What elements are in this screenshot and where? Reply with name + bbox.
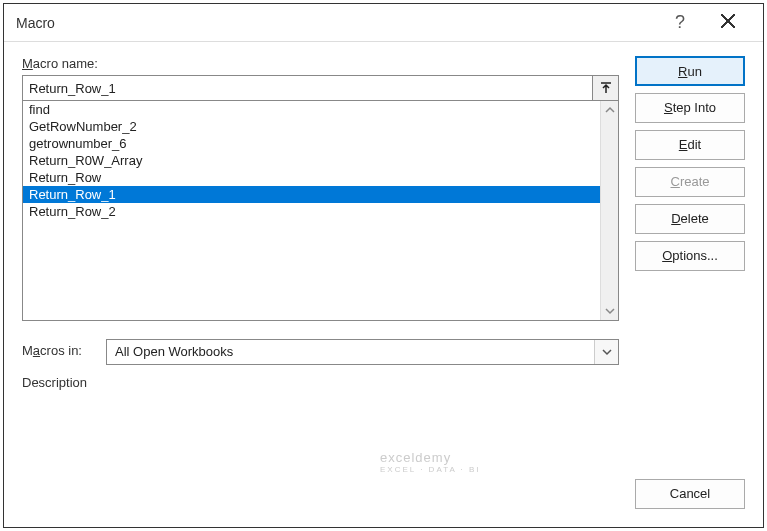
macros-in-value: All Open Workbooks	[107, 340, 594, 364]
macros-in-label: Macros in:	[22, 343, 106, 358]
macro-dialog: Macro ? Macro name: findGetRowNumber_2ge…	[3, 3, 764, 528]
scrollbar[interactable]	[600, 101, 618, 320]
help-button[interactable]: ?	[657, 12, 703, 33]
list-item[interactable]: Return_Row_2	[23, 203, 600, 220]
macro-name-input[interactable]	[22, 75, 593, 101]
macro-name-row	[22, 75, 619, 101]
macro-name-label: Macro name:	[22, 56, 619, 71]
description-label: Description	[22, 375, 619, 390]
macro-list-wrap: findGetRowNumber_2getrownumber_6Return_R…	[22, 101, 619, 321]
cancel-row: Cancel	[635, 479, 745, 509]
goto-reference-button[interactable]	[593, 75, 619, 101]
main-column: Macro name: findGetRowNumber_2getrownumb…	[22, 56, 635, 509]
macros-in-row: Macros in: All Open Workbooks	[22, 339, 619, 365]
delete-button[interactable]: Delete	[635, 204, 745, 234]
dialog-title: Macro	[16, 15, 657, 31]
macro-list[interactable]: findGetRowNumber_2getrownumber_6Return_R…	[23, 101, 600, 320]
scroll-down-icon[interactable]	[601, 302, 618, 320]
list-item[interactable]: getrownumber_6	[23, 135, 600, 152]
step-into-button[interactable]: Step Into	[635, 93, 745, 123]
titlebar: Macro ?	[4, 4, 763, 42]
create-button: Create	[635, 167, 745, 197]
cancel-button[interactable]: Cancel	[635, 479, 745, 509]
arrow-up-bar-icon	[599, 81, 613, 95]
run-button[interactable]: Run	[635, 56, 745, 86]
chevron-down-icon	[594, 340, 618, 364]
close-button[interactable]	[703, 14, 753, 31]
scroll-track[interactable]	[601, 119, 618, 302]
macros-in-select[interactable]: All Open Workbooks	[106, 339, 619, 365]
list-item[interactable]: Return_Row_1	[23, 186, 600, 203]
options-button[interactable]: Options...	[635, 241, 745, 271]
edit-button[interactable]: Edit	[635, 130, 745, 160]
list-item[interactable]: GetRowNumber_2	[23, 118, 600, 135]
list-item[interactable]: find	[23, 101, 600, 118]
scroll-up-icon[interactable]	[601, 101, 618, 119]
list-item[interactable]: Return_Row	[23, 169, 600, 186]
close-icon	[721, 16, 735, 31]
dialog-body: Macro name: findGetRowNumber_2getrownumb…	[4, 42, 763, 527]
list-item[interactable]: Return_R0W_Array	[23, 152, 600, 169]
button-column: Run Step Into Edit Create Delete Options…	[635, 56, 745, 509]
spacer	[635, 278, 745, 472]
